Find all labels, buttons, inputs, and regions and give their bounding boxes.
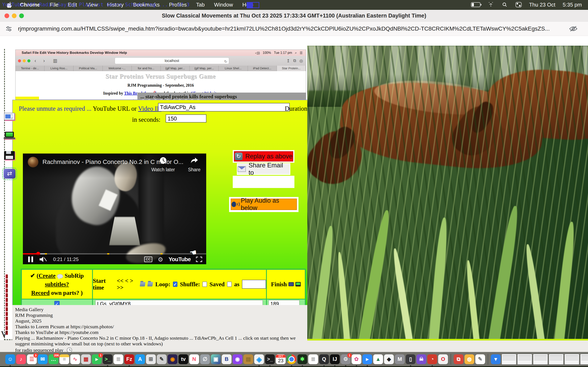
dock-textedit-2[interactable]: ≣ [308, 354, 318, 364]
dock-intellij-idea[interactable]: IJ [330, 354, 340, 364]
dock-minimized-window[interactable] [580, 354, 588, 365]
laptop-emoji-icon[interactable] [4, 132, 15, 140]
folder-icon[interactable] [147, 282, 153, 286]
dock-firefox[interactable]: ◉ [168, 354, 177, 364]
dock-skull-app[interactable]: ☠ [416, 354, 426, 364]
window-titlebar[interactable]: Slow Classical Movements at Thu Oct 23 2… [0, 10, 588, 22]
dock-opera[interactable]: O [438, 354, 448, 364]
dock-mail[interactable]: ✉ [38, 354, 48, 364]
record-link[interactable]: Record [31, 290, 50, 296]
eye-hidden-icon[interactable] [569, 26, 577, 32]
dock-safari[interactable]: ◈ [254, 354, 264, 364]
legacy-tab[interactable]: Terrine - de... [16, 66, 44, 71]
dock-minimized-window[interactable] [502, 354, 516, 365]
loop-checkbox[interactable]: ✓ [173, 282, 178, 287]
play-audio-button[interactable]: Play Audio as below [231, 199, 297, 210]
replay-button[interactable]: ↻ Replay as above [234, 151, 293, 161]
url-bar[interactable]: rjmprogramming.com.au/HTMLCSS/swipe_medi… [0, 22, 588, 36]
dock-app-store[interactable]: A [135, 354, 145, 364]
dock-podcasts[interactable]: ◉ [233, 354, 242, 364]
legacy-tab[interactable]: Linux Shel... [219, 66, 248, 71]
share-button[interactable]: Share [188, 156, 200, 173]
dock-textedit[interactable]: ≣ [113, 354, 123, 364]
legacy-tab[interactable]: Political Ma... [73, 66, 103, 71]
dock-minimized-window[interactable] [533, 354, 548, 365]
dock-filezilla[interactable]: Fz [124, 354, 134, 364]
dock-graphic-converter[interactable]: ✎ [157, 354, 167, 364]
menubar-time[interactable]: 5:35 pm [563, 2, 582, 8]
dock-inkscape[interactable]: ◆ [384, 354, 394, 364]
battery-icon[interactable] [471, 2, 480, 7]
menu-window[interactable]: Window [214, 2, 233, 8]
dock-news[interactable]: N [189, 354, 199, 364]
wifi-icon[interactable] [488, 2, 494, 7]
dock-cards-app[interactable]: ⧉ [454, 354, 463, 364]
captions-button[interactable]: CC [144, 257, 153, 262]
dock-minimized-window[interactable] [517, 354, 532, 365]
dock-reminders[interactable]: ☰3 [27, 354, 37, 364]
seek-arrows[interactable]: << < > >> [117, 277, 138, 291]
dock-facetime[interactable]: ▸1 [92, 354, 102, 364]
subtitles-link[interactable]: subtitles? [45, 281, 69, 287]
dock-calculator[interactable]: ⊞ [146, 354, 156, 364]
dock-terminal[interactable]: >_ [103, 354, 112, 364]
muted-volume-icon[interactable] [39, 256, 47, 263]
floppy-disk-icon[interactable] [4, 151, 15, 160]
dock-minimized-window[interactable] [564, 354, 579, 365]
legacy-tab[interactable]: Living Roo... [44, 66, 73, 71]
dock-system-settings[interactable]: ⚙1 [341, 354, 351, 364]
dock-preview[interactable]: ▣ [211, 354, 221, 364]
url-text[interactable]: rjmprogramming.com.au/HTMLCSS/swipe_medi… [18, 25, 569, 32]
dock-calendar[interactable]: OCT23 [276, 354, 286, 364]
watch-later-button[interactable]: Watch later [151, 156, 175, 173]
youtube-logo[interactable]: YouTube [168, 256, 191, 263]
dock-messages[interactable]: …206 [49, 354, 58, 364]
dock-journal-app[interactable]: ✎ [475, 354, 485, 364]
menubar-date[interactable]: Thu 23 Oct [529, 2, 555, 8]
legacy-tab[interactable]: (gif Map, per... [161, 66, 190, 71]
saved-as-input[interactable] [242, 280, 266, 289]
dock-launchpad[interactable]: ▦ [81, 354, 91, 364]
dock-dock-divider[interactable] [488, 354, 488, 365]
fullscreen-button[interactable] [196, 257, 202, 262]
dock-terminal-3[interactable]: ✱ [297, 354, 307, 364]
dock-iphone-mirroring[interactable]: ▯ [406, 354, 415, 364]
shuffle-checkbox[interactable] [202, 282, 207, 287]
dock-notes[interactable]: ≡ [60, 354, 69, 364]
legacy-tab[interactable]: Star Protein... [277, 66, 306, 71]
dock-dock-divider[interactable] [450, 354, 451, 365]
folder-icon[interactable] [140, 282, 145, 286]
dock-lightbulb-app[interactable]: ◍ [465, 354, 474, 364]
youtube-id-input[interactable]: TdiAwCPb_As [158, 103, 290, 111]
channel-avatar[interactable] [28, 157, 38, 167]
share-email-button[interactable]: Share Email to [238, 164, 290, 174]
duration-seconds-input[interactable]: 150 [165, 114, 207, 123]
legacy-tab[interactable]: iPad Detect... [248, 66, 277, 71]
dock-do-not-enter[interactable]: ∅ [200, 354, 210, 364]
dock-music[interactable]: ♪ [16, 354, 26, 364]
pause-button[interactable] [28, 257, 33, 262]
settings-gear-icon[interactable]: ⚙ [158, 256, 163, 263]
create-link[interactable]: Create [39, 272, 56, 279]
control-center-icon[interactable] [516, 2, 522, 7]
site-settings-icon[interactable] [5, 25, 12, 32]
legacy-tab[interactable]: (gif Map, per... [190, 66, 219, 71]
dock-gold-folder-app[interactable]: ▤ [243, 354, 253, 364]
saved-checkbox[interactable] [227, 282, 232, 287]
legacy-tab[interactable]: for and fro... [132, 66, 161, 71]
dock-gauge-app[interactable]: ◔ [427, 354, 437, 364]
shuffle-icon[interactable]: ⇄ [4, 169, 16, 179]
menu-tab[interactable]: Tab [196, 2, 205, 8]
spotlight-search-icon[interactable] [501, 2, 508, 7]
dock-downloads-box[interactable]: ▾ [491, 354, 501, 364]
dock-art-palette[interactable]: ✿ [352, 354, 361, 364]
dock-maps-triangle[interactable]: ▲ [373, 354, 383, 364]
dock-apple-tv[interactable]: tv [178, 354, 188, 364]
dock-bbedit[interactable]: B [222, 354, 232, 364]
dock-q-app[interactable]: Q [319, 354, 329, 364]
legacy-tab[interactable]: Welcome -... [103, 66, 132, 71]
email-address-input[interactable] [233, 176, 294, 188]
dock-chrome[interactable] [287, 354, 296, 364]
dock-minimized-window[interactable] [549, 354, 563, 365]
dock-zoom[interactable]: ▸ [362, 354, 372, 364]
